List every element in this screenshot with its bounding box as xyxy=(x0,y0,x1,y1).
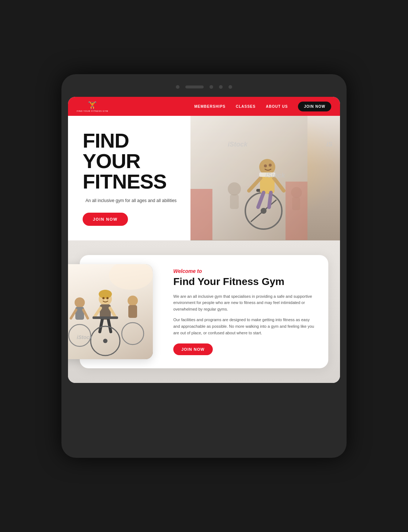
svg-point-32 xyxy=(106,297,109,299)
svg-point-14 xyxy=(264,164,267,167)
about-join-button[interactable]: JOIN NOW xyxy=(173,343,213,355)
device-frame: 🏋 FIND YOUR FITNESS GYM MEMBERSHIPS CLAS… xyxy=(61,74,347,458)
hero-title-line1: FIND xyxy=(83,129,129,152)
svg-point-36 xyxy=(75,297,85,308)
logo: 🏋 FIND YOUR FITNESS GYM xyxy=(77,101,108,112)
screen: 🏋 FIND YOUR FITNESS GYM MEMBERSHIPS CLAS… xyxy=(68,97,340,383)
camera-dot-2 xyxy=(209,85,213,89)
svg-rect-21 xyxy=(286,182,307,240)
about-welcome: Welcome to xyxy=(173,268,315,274)
nav-join-button[interactable]: JOIN NOW xyxy=(298,102,331,111)
hero-left: FIND YOUR FITNESS An all inclusive gym f… xyxy=(68,116,190,240)
svg-rect-11 xyxy=(259,172,275,177)
svg-line-13 xyxy=(269,193,271,207)
svg-rect-42 xyxy=(128,305,137,318)
camera-dot xyxy=(176,85,180,89)
about-image-bg: iStock xyxy=(68,264,153,359)
logo-icon: 🏋 xyxy=(88,101,97,110)
sensor-dot-2 xyxy=(228,85,232,89)
svg-point-16 xyxy=(228,182,241,195)
svg-rect-33 xyxy=(92,316,118,319)
svg-rect-20 xyxy=(190,189,212,240)
about-illustration xyxy=(68,264,153,359)
svg-rect-17 xyxy=(230,194,239,209)
speaker-bar xyxy=(185,86,204,88)
hero-section: FIND YOUR FITNESS An all inclusive gym f… xyxy=(68,116,340,240)
about-section: iStock Welcome to Find Your Fitness Gym … xyxy=(68,240,340,383)
navbar: 🏋 FIND YOUR FITNESS GYM MEMBERSHIPS CLAS… xyxy=(68,97,340,116)
about-card: iStock Welcome to Find Your Fitness Gym … xyxy=(80,255,328,368)
svg-point-31 xyxy=(102,297,105,299)
about-description-2: Our facilities and programs are designed… xyxy=(173,317,315,336)
hero-title-line3: FITNESS xyxy=(83,170,166,193)
hero-illustration xyxy=(190,116,307,240)
about-description-1: We are an all inclusive gym that special… xyxy=(173,293,315,313)
device-top-bar xyxy=(68,85,340,92)
hero-title-line2: YOUR xyxy=(83,149,140,172)
svg-point-30 xyxy=(99,290,112,299)
nav-classes[interactable]: CLASSES xyxy=(236,104,256,109)
hero-join-button[interactable]: JOIN NOW xyxy=(83,213,128,226)
hero-subtitle: An all inclusive gym for all ages and al… xyxy=(83,198,180,204)
hero-title: FIND YOUR FITNESS xyxy=(83,130,180,192)
about-title: Find Your Fitness Gym xyxy=(173,276,315,288)
about-watermark-1: iStock xyxy=(77,334,92,340)
about-image: iStock xyxy=(68,264,153,359)
sensor-dot xyxy=(219,85,223,89)
svg-point-15 xyxy=(269,164,272,167)
svg-point-41 xyxy=(128,296,138,306)
hero-image: iStock iStock iS xyxy=(190,116,340,240)
nav-links: MEMBERSHIPS CLASSES ABOUT US JOIN NOW xyxy=(194,102,331,111)
svg-point-35 xyxy=(103,339,107,343)
nav-memberships[interactable]: MEMBERSHIPS xyxy=(194,104,226,109)
logo-text: FIND YOUR FITNESS GYM xyxy=(77,110,108,112)
nav-about-us[interactable]: ABOUT US xyxy=(266,104,288,109)
